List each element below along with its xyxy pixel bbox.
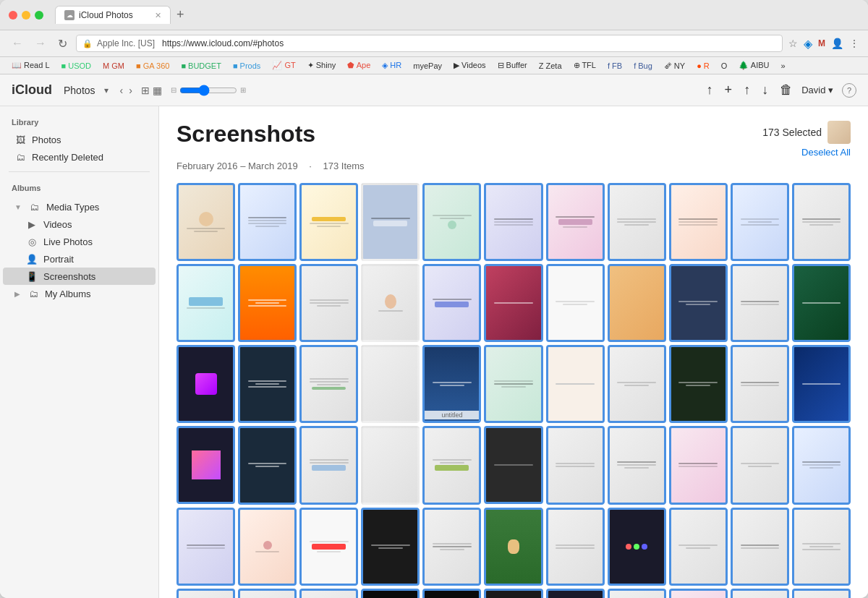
- photo-item[interactable]: [238, 264, 297, 342]
- grid-view-button[interactable]: ⊞: [141, 85, 150, 96]
- user-menu[interactable]: David ▾: [801, 85, 833, 95]
- photo-item[interactable]: [361, 589, 420, 598]
- photo-item[interactable]: [176, 264, 235, 342]
- photo-item[interactable]: [176, 345, 235, 423]
- bookmark-zeta[interactable]: Z Zeta: [536, 60, 565, 72]
- bookmark-ny[interactable]: 🗞 NY: [661, 60, 688, 72]
- photo-item[interactable]: [608, 508, 666, 586]
- back-button[interactable]: ←: [9, 35, 26, 51]
- bookmark-myepay[interactable]: myePay: [410, 60, 445, 72]
- photo-item[interactable]: [176, 426, 235, 504]
- delete-button[interactable]: 🗑: [780, 82, 793, 98]
- photo-item[interactable]: [299, 183, 358, 261]
- sidebar-item-recently-deleted[interactable]: 🗂 Recently Deleted: [3, 148, 156, 166]
- photo-item[interactable]: [546, 589, 605, 598]
- photo-item[interactable]: [669, 508, 728, 586]
- bookmark-ga360[interactable]: ■ GA 360: [133, 60, 172, 72]
- photo-item[interactable]: [608, 264, 666, 342]
- photo-item[interactable]: [299, 345, 358, 423]
- photo-item[interactable]: [484, 589, 542, 598]
- list-view-button[interactable]: ▦: [153, 85, 162, 96]
- photo-item[interactable]: [361, 183, 420, 261]
- photo-item[interactable]: [731, 508, 789, 586]
- sidebar-item-portrait[interactable]: 👤 Portrait: [3, 250, 156, 268]
- bookmark-usod[interactable]: ■ USOD: [59, 60, 94, 72]
- photo-item[interactable]: [422, 508, 481, 586]
- photo-item[interactable]: untitled: [422, 345, 481, 423]
- photo-item[interactable]: [792, 345, 851, 423]
- app-dropdown-icon[interactable]: ▾: [104, 85, 109, 95]
- photo-item[interactable]: [731, 345, 789, 423]
- bookmark-buffer[interactable]: ⊟ Buffer: [495, 59, 530, 72]
- profile-icon[interactable]: 👤: [831, 38, 843, 49]
- address-bar[interactable]: 🔒 Apple Inc. [US] https://www.icloud.com…: [76, 35, 783, 52]
- sidebar-item-my-albums[interactable]: ▶ 🗂 My Albums: [3, 285, 156, 302]
- photo-item[interactable]: [546, 508, 605, 586]
- photo-item[interactable]: [669, 589, 728, 598]
- photo-item[interactable]: [484, 345, 542, 423]
- share-button[interactable]: ↑: [744, 82, 750, 98]
- sidebar-item-videos[interactable]: ▶ Videos: [3, 215, 156, 233]
- photo-item[interactable]: [792, 426, 851, 504]
- photo-item[interactable]: [361, 345, 420, 423]
- toolbar-forward-button[interactable]: ›: [129, 85, 132, 96]
- photo-item[interactable]: [361, 508, 420, 586]
- photo-item[interactable]: [361, 426, 420, 504]
- photo-item[interactable]: [608, 183, 666, 261]
- photo-item[interactable]: [608, 426, 666, 504]
- photo-item[interactable]: [669, 264, 728, 342]
- toolbar-back-button[interactable]: ‹: [120, 85, 124, 96]
- photo-item[interactable]: [176, 589, 235, 598]
- minimize-button[interactable]: [22, 11, 30, 20]
- photo-item[interactable]: [176, 183, 235, 261]
- sidebar-item-live-photos[interactable]: ◎ Live Photos: [3, 233, 156, 250]
- photo-item[interactable]: [484, 508, 542, 586]
- photo-item[interactable]: [546, 183, 605, 261]
- bookmark-star-icon[interactable]: ☆: [788, 38, 798, 49]
- bookmark-gt[interactable]: 📈 GT: [269, 59, 298, 72]
- photo-item[interactable]: [731, 264, 789, 342]
- photo-item[interactable]: [422, 264, 481, 342]
- gmail-icon[interactable]: M: [818, 38, 825, 48]
- photo-item[interactable]: [299, 589, 358, 598]
- maximize-button[interactable]: [35, 11, 43, 20]
- bookmark-r[interactable]: ● R: [694, 60, 712, 72]
- photo-item[interactable]: [299, 426, 358, 504]
- upload-button[interactable]: ↑: [707, 82, 713, 98]
- photo-item[interactable]: [608, 589, 666, 598]
- photo-item[interactable]: [299, 264, 358, 342]
- edge-icon[interactable]: ◈: [804, 37, 812, 51]
- bookmark-read[interactable]: 📖 Read L: [9, 59, 53, 72]
- photo-item[interactable]: [422, 426, 481, 504]
- photo-item[interactable]: [669, 426, 728, 504]
- bookmark-more[interactable]: »: [778, 60, 788, 72]
- photo-item[interactable]: [731, 426, 789, 504]
- refresh-button[interactable]: ↻: [55, 35, 70, 52]
- photo-item[interactable]: [669, 183, 728, 261]
- photo-item[interactable]: [792, 183, 851, 261]
- photo-item[interactable]: [731, 589, 789, 598]
- bookmark-gm[interactable]: M GM: [100, 60, 127, 72]
- photo-item[interactable]: [669, 345, 728, 423]
- download-button[interactable]: ↓: [762, 82, 768, 98]
- bookmark-bug[interactable]: f Bug: [631, 60, 655, 72]
- bookmark-prods[interactable]: ■ Prods: [230, 60, 263, 72]
- photo-item[interactable]: [361, 264, 420, 342]
- tab-close-button[interactable]: ✕: [155, 11, 161, 20]
- more-menu-icon[interactable]: ⋮: [849, 38, 859, 49]
- sidebar-item-photos[interactable]: 🖼 Photos: [3, 131, 156, 148]
- photo-item[interactable]: [238, 589, 297, 598]
- new-tab-button[interactable]: +: [171, 7, 190, 22]
- bookmark-hr[interactable]: ◈ HR: [379, 59, 404, 72]
- close-button[interactable]: [9, 11, 17, 20]
- help-button[interactable]: ?: [842, 83, 856, 98]
- photo-item[interactable]: [238, 183, 297, 261]
- photo-item[interactable]: [176, 508, 235, 586]
- bookmark-tfl[interactable]: ⊕ TFL: [571, 59, 599, 72]
- bookmark-o[interactable]: O: [718, 60, 731, 72]
- photo-item[interactable]: [546, 345, 605, 423]
- photo-item[interactable]: [422, 183, 481, 261]
- bookmark-budget[interactable]: ■ BUDGET: [178, 60, 224, 72]
- photo-item[interactable]: [608, 345, 666, 423]
- active-tab[interactable]: ☁ iCloud Photos ✕: [55, 6, 171, 24]
